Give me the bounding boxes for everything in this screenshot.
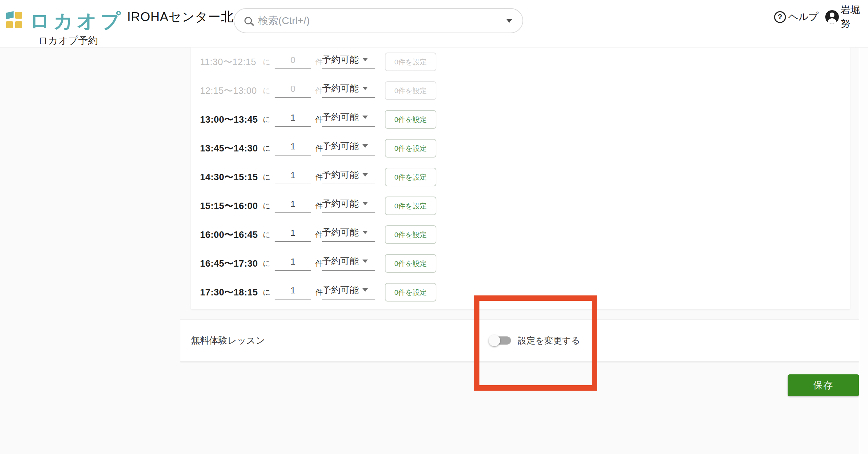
user-name: 岩堀努 [841, 3, 868, 30]
slot-count-input[interactable]: 1 [275, 195, 311, 213]
logo-square-yellow [15, 12, 22, 19]
toggle-thumb [489, 335, 500, 346]
select-caret-icon [362, 87, 368, 90]
slot-availability-select[interactable]: 予約可能 [322, 195, 375, 213]
save-button[interactable]: 保存 [788, 374, 859, 396]
slot-time-label: 11:30〜12:15 [200, 47, 256, 76]
slot-set-button[interactable]: 0件を設定 [385, 168, 436, 186]
select-caret-icon [362, 260, 368, 263]
slot-count-input[interactable]: 1 [275, 137, 311, 156]
help-label: ヘルプ [788, 10, 818, 24]
slot-row: 16:00〜16:45 に 1 件 予約可能 0件を設定 [191, 220, 850, 249]
page-title: IROHAセンター北 [127, 0, 234, 34]
slot-availability-select[interactable]: 予約可能 [322, 281, 375, 300]
slot-row: 13:45〜14:30 に 1 件 予約可能 0件を設定 [191, 134, 850, 163]
chevron-down-icon[interactable] [506, 19, 512, 23]
change-settings-label: 設定を変更する [518, 319, 580, 362]
time-slot-settings-card: 11:30〜12:15 に 0 件 予約可能 0件を設定 12:15〜13:00… [191, 47, 850, 309]
logo-icon[interactable] [6, 11, 22, 29]
search-icon [244, 17, 252, 24]
slot-availability-label: 予約可能 [322, 140, 359, 152]
slot-row: 11:30〜12:15 に 0 件 予約可能 0件を設定 [191, 47, 850, 76]
slot-time-label: 15:15〜16:00 [200, 191, 258, 220]
slot-time-label: 17:30〜18:15 [200, 278, 258, 307]
slot-availability-label: 予約可能 [322, 198, 359, 210]
logo-subtitle: ロカオプ予約 [38, 34, 98, 47]
slot-unit-ken: 件 [315, 105, 323, 134]
search-input[interactable] [258, 15, 500, 26]
slot-unit-ken: 件 [315, 76, 323, 105]
slot-availability-select[interactable]: 予約可能 [322, 51, 375, 69]
slot-availability-select[interactable]: 予約可能 [322, 224, 375, 242]
slot-unit-ken: 件 [315, 278, 323, 307]
slot-availability-label: 予約可能 [322, 284, 359, 296]
slot-availability-select[interactable]: 予約可能 [322, 80, 375, 98]
slot-row: 14:30〜15:15 に 1 件 予約可能 0件を設定 [191, 163, 850, 191]
slot-unit-ken: 件 [315, 134, 323, 163]
select-caret-icon [362, 202, 368, 205]
slot-availability-select[interactable]: 予約可能 [322, 137, 375, 156]
slot-count-input[interactable]: 1 [275, 108, 311, 127]
search-bar[interactable] [234, 8, 523, 33]
slot-time-label: 16:45〜17:30 [200, 249, 258, 278]
slot-row: 12:15〜13:00 に 0 件 予約可能 0件を設定 [191, 76, 850, 105]
select-caret-icon [362, 173, 368, 177]
slot-count-input[interactable]: 0 [275, 80, 311, 98]
slot-set-button[interactable]: 0件を設定 [385, 110, 436, 129]
slot-set-button[interactable]: 0件を設定 [385, 81, 436, 100]
avatar-icon [825, 10, 839, 24]
slot-particle-ni: に [263, 76, 271, 105]
slot-count-input[interactable]: 1 [275, 224, 311, 242]
user-menu[interactable]: 岩堀努 [825, 0, 868, 34]
slot-count-input[interactable]: 1 [275, 166, 311, 184]
slot-time-label: 13:00〜13:45 [200, 105, 258, 134]
slot-unit-ken: 件 [315, 47, 323, 76]
slot-unit-ken: 件 [315, 220, 323, 249]
slot-time-label: 13:45〜14:30 [200, 134, 258, 163]
slot-count-input[interactable]: 0 [275, 51, 311, 69]
slot-availability-select[interactable]: 予約可能 [322, 166, 375, 184]
slot-time-label: 14:30〜15:15 [200, 163, 258, 191]
select-caret-icon [362, 288, 368, 292]
slot-availability-label: 予約可能 [322, 82, 359, 95]
slot-availability-label: 予約可能 [322, 54, 359, 66]
slot-time-label: 16:00〜16:45 [200, 220, 258, 249]
slot-particle-ni: に [263, 47, 271, 76]
slot-row: 17:30〜18:15 に 1 件 予約可能 0件を設定 [191, 278, 850, 307]
help-button[interactable]: ヘルプ [774, 0, 818, 34]
slot-set-button[interactable]: 0件を設定 [385, 53, 436, 71]
slot-row: 16:45〜17:30 に 1 件 予約可能 0件を設定 [191, 249, 850, 278]
app-header: ロカオプ ロカオプ予約 IROHAセンター北 ヘルプ 岩堀努 [0, 0, 868, 47]
trial-lesson-card: 無料体験レッスン 設定を変更する [180, 319, 862, 362]
slot-row: 13:00〜13:45 に 1 件 予約可能 0件を設定 [191, 105, 850, 134]
slot-count-input[interactable]: 1 [275, 252, 311, 271]
logo-square-yellow [15, 21, 22, 28]
logo-square-teal [6, 11, 14, 19]
vertical-scrollbar[interactable] [859, 48, 868, 454]
select-caret-icon [362, 116, 368, 119]
logo-wordmark[interactable]: ロカオプ [30, 8, 124, 35]
select-caret-icon [362, 144, 368, 148]
slot-set-button[interactable]: 0件を設定 [385, 283, 436, 302]
slot-unit-ken: 件 [315, 191, 323, 220]
slot-unit-ken: 件 [315, 249, 323, 278]
slot-availability-label: 予約可能 [322, 226, 359, 239]
slot-row: 15:15〜16:00 に 1 件 予約可能 0件を設定 [191, 191, 850, 220]
help-icon [774, 11, 786, 23]
slot-particle-ni: に [263, 249, 271, 278]
slot-particle-ni: に [263, 191, 271, 220]
slot-set-button[interactable]: 0件を設定 [385, 225, 436, 244]
logo-square-yellow [6, 21, 13, 28]
slot-set-button[interactable]: 0件を設定 [385, 254, 436, 273]
slot-set-button[interactable]: 0件を設定 [385, 197, 436, 215]
slot-particle-ni: に [263, 278, 271, 307]
slot-availability-select[interactable]: 予約可能 [322, 108, 375, 127]
slot-particle-ni: に [263, 134, 271, 163]
slot-particle-ni: に [263, 220, 271, 249]
trial-lesson-label: 無料体験レッスン [191, 319, 265, 362]
select-caret-icon [362, 231, 368, 234]
slot-availability-label: 予約可能 [322, 111, 359, 123]
slot-count-input[interactable]: 1 [275, 281, 311, 300]
slot-set-button[interactable]: 0件を設定 [385, 139, 436, 158]
slot-availability-select[interactable]: 予約可能 [322, 252, 375, 271]
